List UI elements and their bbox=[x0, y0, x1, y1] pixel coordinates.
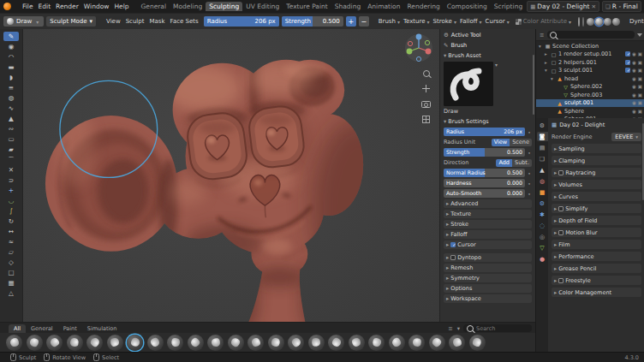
workspace-tab[interactable]: General bbox=[137, 2, 170, 11]
header-dropdown[interactable]: Dyntopo ▾ bbox=[628, 18, 644, 25]
asset-shelf-tab[interactable]: All bbox=[9, 324, 26, 333]
workspace-tab[interactable]: UV Editing bbox=[242, 2, 283, 11]
radius-unit-scene[interactable]: Scene bbox=[510, 139, 532, 146]
sculpt-tool-button[interactable]: ▭ bbox=[3, 134, 19, 144]
workspace-tab[interactable]: Scripting bbox=[491, 2, 526, 11]
properties-tab[interactable]: ◌ bbox=[537, 221, 548, 230]
properties-tab[interactable]: ▲ bbox=[537, 165, 548, 175]
active-tool-header[interactable]: ⚙ Active Tool bbox=[444, 31, 532, 39]
brush-thumbnail[interactable] bbox=[449, 335, 465, 351]
sculpt-tool-button[interactable]: ∾ bbox=[3, 124, 19, 134]
brush-thumbnail[interactable] bbox=[469, 335, 486, 351]
brush-thumbnail[interactable] bbox=[188, 335, 204, 351]
panel-header[interactable]: ▸ Options bbox=[444, 284, 532, 293]
panel-header[interactable]: ▸ Cursor bbox=[444, 240, 532, 249]
close-icon[interactable]: ✕ bbox=[592, 3, 596, 10]
sculpt-tool-button[interactable]: + bbox=[3, 186, 19, 195]
workspace-tab[interactable]: Rendering bbox=[403, 2, 443, 11]
properties-tab[interactable]: ▤ bbox=[537, 143, 548, 152]
sculpt-tool-button[interactable]: ◍ bbox=[3, 93, 19, 103]
toggle-perspective-icon[interactable] bbox=[421, 115, 431, 124]
viewport-menu-item[interactable]: View bbox=[104, 18, 123, 25]
properties-section-header[interactable]: ▸ Simplify bbox=[552, 204, 641, 213]
brush-asset-section[interactable]: ▾ Brush Asset bbox=[444, 51, 532, 60]
checkbox-icon[interactable] bbox=[450, 255, 456, 260]
visibility-icon[interactable]: ◉ bbox=[632, 92, 636, 98]
sculpt-tool-button[interactable]: ▬ bbox=[3, 62, 19, 72]
properties-section-header[interactable]: ▸ Film bbox=[552, 240, 641, 249]
sculpt-tool-button[interactable]: ⊃ bbox=[3, 175, 19, 185]
render-visibility-icon[interactable]: ▣ bbox=[638, 92, 642, 98]
disclosure-arrow[interactable]: ▾ bbox=[545, 68, 549, 73]
brush-thumbnail[interactable] bbox=[328, 335, 344, 351]
brush-thumbnail[interactable] bbox=[27, 335, 43, 351]
brush-thumbnail[interactable] bbox=[349, 335, 365, 351]
brush-thumbnail[interactable] bbox=[207, 335, 224, 351]
outliner-row[interactable]: ▾ ▦ Scene Collection ◉ ▣ bbox=[536, 42, 644, 50]
asset-shelf-tab[interactable]: Simulation bbox=[82, 324, 122, 333]
properties-tab[interactable]: ⚙ bbox=[537, 121, 548, 130]
panel-header[interactable]: ▸ Texture bbox=[444, 210, 532, 218]
hardness-slider[interactable]: Hardness0.000 bbox=[444, 179, 525, 187]
brush-thumbnail[interactable] bbox=[127, 335, 143, 351]
panel-header[interactable]: ▸ Remesh bbox=[444, 264, 532, 272]
outliner-row[interactable]: ▸ ▢ 1 render setup.001 ◉ ▣ bbox=[536, 50, 644, 59]
radius-unit-view[interactable]: View bbox=[492, 139, 510, 146]
disclosure-arrow[interactable]: ▸ bbox=[545, 51, 549, 56]
wireframe-shading-icon[interactable] bbox=[587, 18, 594, 26]
render-engine-dropdown[interactable]: EEVEE ▾ bbox=[611, 133, 641, 141]
checkbox-icon[interactable] bbox=[558, 206, 564, 211]
header-dropdown[interactable]: Cursor ▾ bbox=[484, 18, 511, 25]
properties-tab[interactable]: ● bbox=[537, 254, 548, 264]
brush-thumbnail[interactable] bbox=[429, 335, 445, 351]
strength-slider[interactable]: Strength0.500 bbox=[444, 148, 525, 157]
sculpt-tool-button[interactable]: ≡ bbox=[3, 83, 19, 92]
sculpt-tool-button[interactable]: ∫ bbox=[3, 206, 19, 216]
outliner-search-input[interactable] bbox=[547, 31, 635, 39]
checkbox-icon[interactable] bbox=[625, 68, 630, 73]
properties-section-header[interactable]: ▸ Freestyle bbox=[552, 276, 641, 285]
brush-thumbnail[interactable] bbox=[368, 335, 385, 351]
checkbox-icon[interactable] bbox=[625, 51, 630, 56]
mode-selector[interactable]: Sculpt Mode ▾ bbox=[46, 16, 96, 27]
panel-header[interactable]: ▸ Advanced bbox=[444, 199, 532, 208]
brush-thumbnail[interactable] bbox=[389, 335, 405, 351]
workspace-tab[interactable]: Compositing bbox=[444, 2, 491, 11]
asset-shelf-tab[interactable]: Paint bbox=[58, 324, 82, 333]
properties-section-header[interactable]: ▸ Volumes bbox=[552, 180, 641, 189]
radius-slider[interactable]: Radius 206 px bbox=[204, 16, 279, 27]
xray-toggle-icon[interactable] bbox=[582, 17, 584, 27]
brush-thumbnail[interactable] bbox=[167, 335, 183, 351]
sculpt-tool-button[interactable]: □ bbox=[3, 268, 19, 277]
visibility-icon[interactable]: ◉ bbox=[632, 84, 636, 89]
properties-tab[interactable]: ❏ bbox=[537, 154, 548, 163]
panel-header[interactable]: ▸ Symmetry bbox=[444, 274, 532, 282]
checkbox-icon[interactable] bbox=[625, 60, 630, 65]
sculpt-tool-button[interactable]: ∿ bbox=[3, 104, 19, 113]
viewport-3d[interactable] bbox=[23, 29, 439, 322]
properties-section-header[interactable]: ▸ Curves bbox=[552, 192, 641, 201]
workspace-tab[interactable]: Texture Paint bbox=[283, 2, 331, 11]
properties-section-header[interactable]: ▸ Color Management bbox=[552, 288, 641, 297]
scene-selector[interactable]: ▦ Day 02 - Delight ✕ bbox=[527, 1, 599, 12]
properties-tab[interactable]: ◍ bbox=[537, 176, 548, 186]
filter-icon[interactable] bbox=[637, 33, 642, 37]
brush-thumbnail[interactable] bbox=[86, 335, 103, 351]
direction-add-button[interactable]: Add bbox=[496, 159, 512, 167]
visibility-icon[interactable]: ◉ bbox=[632, 100, 636, 105]
chevron-down-icon[interactable]: ▾ bbox=[456, 325, 461, 332]
checkbox-icon[interactable] bbox=[450, 242, 456, 247]
sculpt-tool-button[interactable]: ≈ bbox=[3, 237, 19, 246]
properties-section-header[interactable]: ▸ Performance bbox=[552, 252, 641, 261]
solid-shading-icon[interactable] bbox=[595, 18, 603, 26]
brush-thumbnail[interactable] bbox=[67, 335, 83, 351]
sculpt-tool-button[interactable]: ▱ bbox=[3, 247, 19, 257]
workspace-tab[interactable]: Sculpting bbox=[206, 2, 242, 11]
disclosure-arrow[interactable]: ▾ bbox=[539, 44, 543, 49]
sculpt-tool-button[interactable]: △ bbox=[3, 288, 19, 298]
sculpt-tool-button[interactable]: ✎ bbox=[3, 32, 19, 41]
outliner-row[interactable]: ▽ Sphere.003 ◉ ▣ bbox=[536, 91, 644, 99]
brush-settings-section[interactable]: ▾ Brush Settings bbox=[444, 117, 532, 126]
outliner-row[interactable]: ▽ Sphere.002 ◉ ▣ bbox=[536, 83, 644, 92]
properties-tab[interactable]: ■ bbox=[537, 187, 548, 197]
